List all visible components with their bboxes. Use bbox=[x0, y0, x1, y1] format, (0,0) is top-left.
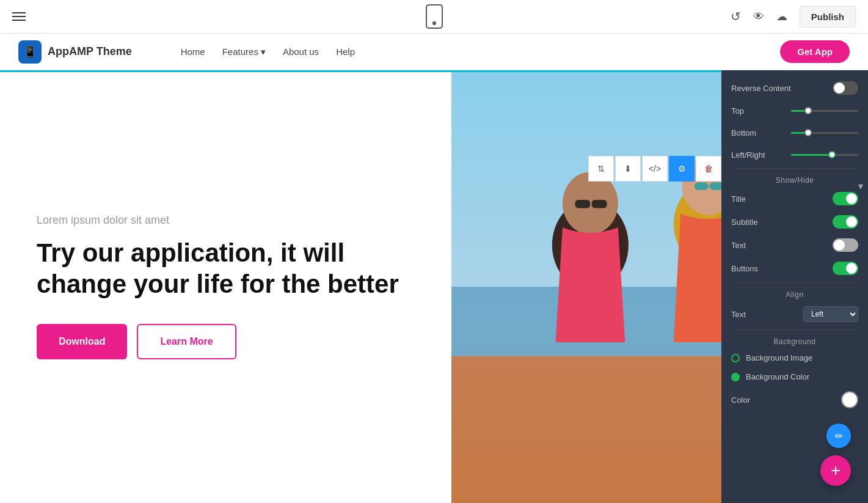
top-slider[interactable] bbox=[791, 110, 858, 112]
title-toggle-row: Title bbox=[721, 187, 868, 210]
top-row: Top bbox=[721, 100, 868, 122]
text-toggle[interactable] bbox=[833, 238, 858, 252]
leftright-slider[interactable] bbox=[791, 154, 858, 156]
preview-icon[interactable]: 👁 bbox=[753, 10, 764, 23]
title-toggle-label: Title bbox=[731, 194, 746, 204]
bottom-label: Bottom bbox=[731, 128, 756, 138]
leftright-label: Left/Right bbox=[731, 150, 765, 160]
subtitle-toggle[interactable] bbox=[833, 215, 858, 229]
hero-left: Lorem ipsum dolor sit amet Try our appli… bbox=[0, 70, 451, 503]
phone-icon[interactable] bbox=[426, 4, 443, 29]
bg-image-row[interactable]: Background Image bbox=[721, 348, 868, 367]
reverse-content-toggle[interactable] bbox=[833, 81, 858, 95]
download-action-button[interactable]: ⬇ bbox=[615, 156, 641, 182]
logo-text: AppAMP Theme bbox=[48, 45, 132, 58]
svg-rect-10 bbox=[695, 182, 709, 190]
text-toggle-row: Text bbox=[721, 233, 868, 257]
buttons-toggle-row: Buttons bbox=[721, 257, 868, 280]
nav-help[interactable]: Help bbox=[336, 46, 355, 57]
panel-scroll-arrow: ▾ bbox=[858, 180, 863, 192]
hero-buttons: Download Learn More bbox=[37, 324, 415, 359]
nav-cta-button[interactable]: Get App bbox=[780, 40, 850, 63]
buttons-toggle[interactable] bbox=[833, 262, 858, 275]
subtitle-toggle-row: Subtitle bbox=[721, 210, 868, 233]
nav-home[interactable]: Home bbox=[181, 46, 205, 57]
cloud-upload-icon[interactable]: ☁ bbox=[776, 10, 787, 23]
color-swatch[interactable] bbox=[841, 391, 858, 408]
edit-fab-button[interactable]: ✏ bbox=[826, 424, 851, 448]
sort-action-button[interactable]: ⇅ bbox=[588, 156, 614, 182]
top-toolbar: ↺ 👁 ☁ Publish bbox=[0, 0, 868, 34]
toolbar-right: ↺ 👁 ☁ Publish bbox=[731, 6, 856, 28]
reverse-content-label: Reverse Content bbox=[731, 84, 791, 93]
bg-color-row[interactable]: Background Color bbox=[721, 367, 868, 386]
bottom-row: Bottom bbox=[721, 122, 868, 144]
logo-icon: 📱 bbox=[18, 40, 42, 64]
publish-button[interactable]: Publish bbox=[800, 6, 856, 28]
website-area: 📱 AppAMP Theme Home Features ▾ About us … bbox=[0, 34, 868, 503]
site-logo: 📱 AppAMP Theme bbox=[18, 40, 132, 64]
svg-rect-6 bbox=[592, 200, 607, 208]
bg-color-label: Background Color bbox=[746, 372, 809, 381]
top-label: Top bbox=[731, 106, 744, 116]
reverse-content-row: Reverse Content bbox=[721, 76, 868, 100]
add-fab-button[interactable]: + bbox=[820, 455, 851, 486]
buttons-toggle-label: Buttons bbox=[731, 264, 758, 273]
nav-features[interactable]: Features ▾ bbox=[222, 46, 266, 57]
site-nav-links: Home Features ▾ About us Help bbox=[181, 46, 355, 57]
panel-action-bar: ⇅ ⬇ </> ⚙ 🗑 bbox=[588, 156, 721, 182]
text-align-row: Text Left Center Right bbox=[721, 301, 868, 327]
bg-color-radio[interactable] bbox=[731, 373, 740, 381]
background-section-title: Background bbox=[721, 332, 868, 348]
chevron-down-icon: ▾ bbox=[261, 46, 266, 57]
code-action-button[interactable]: </> bbox=[642, 156, 668, 182]
undo-icon[interactable]: ↺ bbox=[731, 9, 741, 24]
bg-image-radio[interactable] bbox=[731, 354, 740, 362]
hamburger-icon[interactable] bbox=[12, 12, 26, 21]
hero-title: Try our application, it will change your… bbox=[37, 238, 415, 299]
text-align-label: Text bbox=[731, 310, 746, 319]
svg-rect-5 bbox=[575, 200, 590, 208]
show-hide-section-title: Show/Hide bbox=[721, 171, 868, 187]
subtitle-toggle-label: Subtitle bbox=[731, 218, 757, 227]
hero-subtitle: Lorem ipsum dolor sit amet bbox=[37, 214, 415, 227]
align-section-title: Align bbox=[721, 285, 868, 301]
bottom-slider[interactable] bbox=[791, 132, 858, 134]
color-row: Color bbox=[721, 386, 868, 413]
title-toggle[interactable] bbox=[833, 192, 858, 205]
text-align-select[interactable]: Left Center Right bbox=[803, 306, 858, 322]
toolbar-center bbox=[426, 4, 443, 29]
download-button[interactable]: Download bbox=[37, 324, 127, 359]
bg-image-label: Background Image bbox=[746, 353, 812, 362]
site-nav: 📱 AppAMP Theme Home Features ▾ About us … bbox=[0, 34, 868, 70]
settings-action-button[interactable]: ⚙ bbox=[669, 156, 695, 182]
delete-action-button[interactable]: 🗑 bbox=[696, 156, 721, 182]
learn-more-button[interactable]: Learn More bbox=[137, 324, 236, 359]
leftright-row: Left/Right bbox=[721, 144, 868, 166]
color-label: Color bbox=[731, 395, 750, 405]
toolbar-left bbox=[12, 12, 26, 21]
nav-about[interactable]: About us bbox=[283, 46, 319, 57]
hero-section: Lorem ipsum dolor sit amet Try our appli… bbox=[0, 70, 868, 503]
text-toggle-label: Text bbox=[731, 241, 746, 250]
